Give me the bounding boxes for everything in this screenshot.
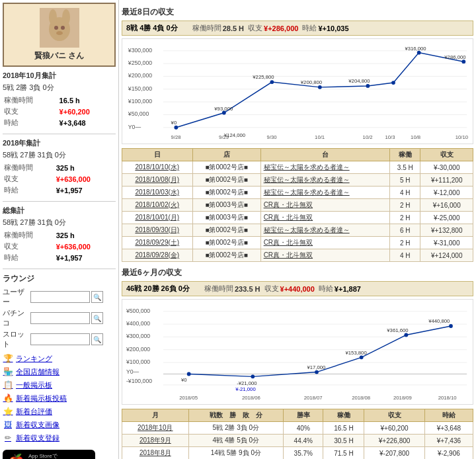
image-icon: 🖼 [3, 419, 13, 430]
svg-text:¥225,800: ¥225,800 [253, 74, 274, 80]
svg-text:9/28: 9/28 [171, 134, 181, 140]
col-hours: 稼働 [323, 409, 364, 422]
summary-bar-2: 46戦 20勝 26負 0分 稼働時間 233.5 H 収支 ¥+440,000… [122, 281, 473, 296]
menu-image[interactable]: 🖼 新着収支画像 [3, 418, 116, 431]
hours-cell: 30.5 H [323, 435, 364, 447]
app-store-text: App Storeで からダウンロード [28, 452, 87, 459]
stats-value: ¥+3,648 [58, 117, 116, 128]
svg-text:2018/05: 2018/05 [179, 395, 198, 401]
app-store-button[interactable]: 🍎 App Storeで からダウンロード [3, 450, 95, 459]
hours-cell: 4 H [390, 187, 420, 199]
svg-text:¥250,000: ¥250,000 [128, 60, 152, 66]
income-cell: ¥-31,000 [420, 237, 473, 249]
section2-title: 最近6ヶ月の収支 [122, 267, 473, 278]
hours-cell: 16.5 H [323, 422, 364, 435]
svg-text:¥-21,000: ¥-21,000 [235, 386, 255, 392]
post-icon: 🔥 [3, 393, 13, 403]
menu-eval[interactable]: ⭐ 新着台評価 [3, 405, 116, 418]
app-store-sub: App Storeで [28, 452, 87, 459]
wage-label-1: 時給 [302, 23, 317, 33]
store-cell: ■第0003号店■ [192, 212, 260, 224]
working-item-1: 稼働時間 28.5 H [192, 23, 244, 33]
stats-value: ¥+1,957 [55, 252, 116, 263]
rate-cell: 44.4% [284, 435, 323, 447]
stats-label: 稼働時間 [3, 95, 58, 106]
svg-text:¥400,000: ¥400,000 [126, 320, 150, 327]
rate-cell: 35.7% [284, 447, 323, 460]
svg-text:10/3: 10/3 [385, 134, 395, 140]
chart-2: ¥500,000 ¥400,000 ¥300,000 ¥200,000 ¥100… [122, 299, 473, 405]
income-cell: ¥+132,800 [420, 224, 473, 237]
menu-stores[interactable]: 🏪 全国店舗情報 [3, 365, 116, 378]
col-date: 日 [122, 149, 193, 161]
pachinko-search-input[interactable] [30, 312, 90, 324]
date-cell: 2018/10/03(水) [122, 187, 193, 199]
store-cell: ■第0002号店■ [192, 224, 260, 237]
pachinko-search-row: パチンコ 🔍 [3, 308, 116, 328]
stats-row: 稼働時間 16.5 h [3, 95, 116, 106]
svg-point-23 [270, 80, 274, 84]
menu-new-post-label: 新着掲示板投稿 [16, 394, 67, 403]
menu-new-post[interactable]: 🔥 新着掲示板投稿 [3, 392, 116, 405]
wage-cell: ¥-2,906 [424, 447, 473, 460]
hours-cell: 2 H [390, 237, 420, 249]
svg-text:¥500,000: ¥500,000 [126, 308, 150, 314]
slot-search-input[interactable] [30, 333, 90, 345]
svg-text:2018/10: 2018/10 [438, 395, 457, 401]
working-item-2: 稼働時間 233.5 H [204, 284, 260, 294]
user-search-button[interactable]: 🔍 [91, 291, 103, 303]
stats-label: 時給 [3, 252, 55, 263]
chart-1: ¥300,000 ¥250,000 ¥200,000 ¥150,000 ¥100… [122, 38, 473, 144]
total-record: 58戦 27勝 31負 0分 [3, 218, 116, 228]
stats-label: 稼働時間 [3, 162, 55, 173]
svg-text:¥100,000: ¥100,000 [126, 358, 150, 365]
svg-text:¥150,000: ¥150,000 [128, 85, 152, 92]
hours-cell: 2 H [390, 212, 420, 224]
record-value-1: 8戦 4勝 4負 0分 [126, 23, 178, 33]
menu-stores-label: 全国店舗情報 [16, 367, 60, 377]
wage-item-1: 時給 ¥+10,035 [302, 23, 348, 33]
svg-text:¥50,000: ¥50,000 [128, 110, 149, 117]
col-record: 戦数 勝 敗 分 [188, 409, 284, 422]
svg-text:2018/06: 2018/06 [242, 395, 260, 401]
monthly-row: 2018年10月 5戦 2勝 3負 0分 40% 16.5 H ¥+60,200… [122, 422, 473, 435]
svg-text:9/30: 9/30 [267, 134, 277, 140]
record-cell: 4戦 4勝 5負 0分 [188, 435, 284, 447]
wage-value-2: ¥+1,887 [335, 285, 361, 293]
col-game: 台 [260, 149, 390, 161]
divider [3, 134, 116, 134]
svg-point-2 [49, 9, 57, 25]
svg-point-25 [366, 84, 370, 88]
wage-label-2: 時給 [319, 284, 333, 294]
menu-ranking[interactable]: 🏆 ランキング [3, 352, 116, 365]
slot-search-button[interactable]: 🔍 [91, 333, 103, 345]
svg-point-6 [56, 31, 63, 35]
income-label-2: 収支 [264, 284, 279, 294]
divider [3, 201, 116, 202]
income-cell: ¥+226,800 [364, 435, 424, 447]
svg-point-62 [360, 355, 364, 359]
store-cell: ■第0002号店■ [192, 174, 260, 187]
svg-text:10/2: 10/2 [363, 134, 373, 140]
svg-text:-¥100,000: -¥100,000 [126, 378, 152, 384]
svg-point-26 [391, 81, 395, 85]
history-row: 2018/10/01(月) ■第0003号店■ CR真・北斗無双 2 H ¥-2… [122, 212, 473, 224]
svg-point-5 [61, 26, 65, 30]
col-income: 収支 [364, 409, 424, 422]
menu-board[interactable]: 📋 一般掲示板 [3, 378, 116, 392]
stats-label: 時給 [3, 117, 58, 128]
user-search-input[interactable] [30, 291, 90, 303]
working-label-1: 稼働時間 [192, 23, 221, 33]
user-name: 賢狼バニ さん [7, 50, 112, 62]
stats-label: 時給 [3, 185, 55, 196]
monthly-row: 2018年8月 14戦 5勝 9負 0分 35.7% 71.5 H ¥-207,… [122, 447, 473, 460]
pachinko-search-button[interactable]: 🔍 [91, 312, 103, 324]
menu-register[interactable]: ✏ 新着収支登録 [3, 431, 116, 444]
yearly-record: 58戦 27勝 31負 0分 [3, 150, 116, 160]
stats-value: 16.5 h [58, 95, 116, 106]
lounge-title: ラウンジ [3, 273, 116, 284]
income-cell: ¥-25,000 [420, 212, 473, 224]
stats-row: 時給 ¥+3,648 [3, 117, 116, 128]
date-cell: 2018/10/08(月) [122, 174, 193, 187]
section1-title: 最近8日の収支 [122, 7, 473, 18]
